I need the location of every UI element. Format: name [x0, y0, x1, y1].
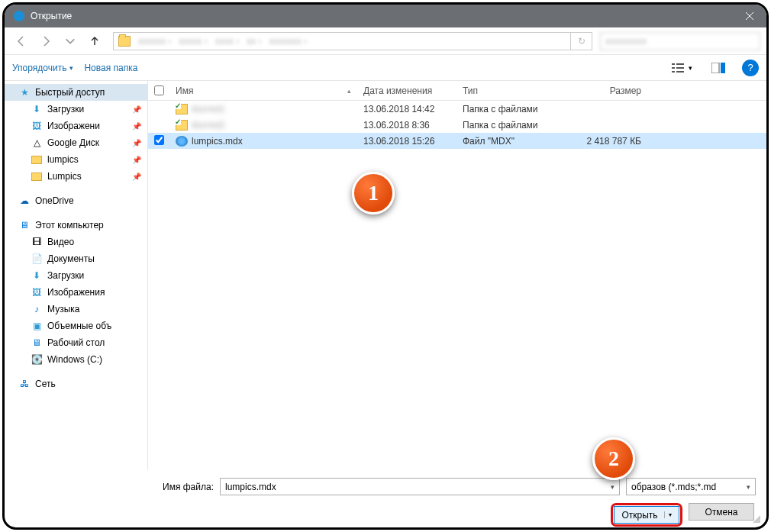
- file-row[interactable]: blurred2 13.06.2018 8:36 Папка с файлами: [148, 117, 766, 133]
- file-row-selected[interactable]: lumpics.mdx 13.06.2018 15:26 Файл "MDX" …: [148, 133, 766, 149]
- folder-icon: [31, 153, 43, 166]
- filename-label: Имя файла:: [15, 482, 214, 492]
- footer: Имя файла: lumpics.mdx▾ образов (*.mds;*…: [5, 470, 766, 530]
- network-icon: 🖧: [18, 378, 31, 390]
- pc-icon: 🖥: [18, 219, 31, 231]
- desktop-icon: 🖥: [31, 337, 43, 349]
- titlebar: Открытие: [5, 5, 766, 27]
- svg-rect-8: [711, 63, 719, 73]
- new-folder-button[interactable]: Новая папка: [84, 63, 137, 73]
- recent-dropdown[interactable]: [60, 32, 81, 50]
- column-size[interactable]: Размер: [556, 81, 647, 100]
- sidebar-item-gdrive[interactable]: △Google Диск📌: [5, 134, 147, 151]
- arrow-up-icon: [89, 35, 101, 47]
- sidebar-item-3d[interactable]: ▣Объемные объ: [5, 318, 147, 334]
- callout-2: 2: [592, 437, 635, 480]
- pin-icon: 📌: [132, 139, 141, 147]
- sidebar-item-downloads[interactable]: ⬇Загрузки📌: [5, 101, 147, 118]
- cancel-button[interactable]: Отмена: [689, 503, 754, 521]
- pictures-icon: 🖼: [31, 286, 43, 298]
- drive-icon: 💽: [31, 353, 43, 366]
- sidebar-item-quick-access[interactable]: ★Быстрый доступ: [5, 84, 147, 101]
- refresh-button[interactable]: ↻: [570, 33, 592, 50]
- resize-grip[interactable]: [750, 512, 760, 523]
- chevron-down-icon: ▾: [69, 64, 73, 72]
- sidebar: ★Быстрый доступ ⬇Загрузки📌 🖼Изображени📌 …: [5, 81, 148, 470]
- column-checkbox[interactable]: [148, 81, 169, 100]
- column-name[interactable]: Имя▴: [169, 81, 357, 100]
- arrow-left-icon: [15, 35, 27, 47]
- sort-asc-icon: ▴: [347, 87, 351, 95]
- chevron-down-icon: [64, 35, 76, 47]
- help-button[interactable]: ?: [742, 60, 759, 76]
- gdrive-icon: △: [31, 137, 43, 149]
- chevron-down-icon: ▾: [747, 483, 750, 491]
- split-caret-icon: ▾: [664, 511, 672, 518]
- view-mode-button[interactable]: ▾: [669, 60, 695, 76]
- video-icon: 🎞: [31, 236, 43, 248]
- sidebar-item-desktop[interactable]: 🖥Рабочий стол: [5, 334, 147, 351]
- folder-icon: [118, 36, 131, 47]
- filetype-dropdown[interactable]: образов (*.mds;*.md▾: [626, 478, 756, 495]
- organize-button[interactable]: Упорядочить▾: [12, 63, 73, 73]
- sidebar-item-network[interactable]: 🖧Сеть: [5, 376, 147, 392]
- sidebar-item-documents[interactable]: 📄Документы: [5, 250, 147, 267]
- sidebar-item-pictures2[interactable]: 🖼Изображения: [5, 284, 147, 301]
- back-button[interactable]: [11, 32, 32, 50]
- list-view-icon: [672, 63, 687, 73]
- row-checkbox[interactable]: [154, 135, 164, 145]
- file-row[interactable]: blurred1 13.06.2018 14:42 Папка с файлам…: [148, 101, 766, 117]
- address-bar[interactable]: xxxxxxxxxxxxxxxxxxxxxxxx ↻: [113, 32, 592, 50]
- pin-icon: 📌: [132, 156, 141, 164]
- sidebar-item-video[interactable]: 🎞Видео: [5, 234, 147, 250]
- filename-input[interactable]: lumpics.mdx▾: [220, 478, 620, 495]
- sidebar-item-thispc[interactable]: 🖥Этот компьютер: [5, 217, 147, 234]
- svg-rect-5: [676, 67, 684, 69]
- search-input[interactable]: xxxxxxxxx: [600, 32, 760, 50]
- documents-icon: 📄: [31, 253, 43, 265]
- window-title: Открытие: [31, 11, 733, 21]
- svg-rect-2: [672, 63, 675, 65]
- callout-1: 1: [352, 172, 395, 214]
- pictures-icon: 🖼: [31, 120, 43, 132]
- sidebar-item-music[interactable]: ♪Музыка: [5, 301, 147, 318]
- sidebar-item-onedrive[interactable]: ☁OneDrive: [5, 192, 147, 209]
- close-icon: [745, 11, 754, 21]
- column-headers: Имя▴ Дата изменения Тип Размер: [148, 81, 766, 101]
- breadcrumb-path: xxxxxxxxxxxxxxxxxxxxxxxx: [135, 36, 570, 47]
- cloud-icon: ☁: [18, 195, 31, 207]
- up-button[interactable]: [84, 32, 105, 50]
- open-button[interactable]: Открыть▾: [614, 506, 679, 524]
- folder-icon: [176, 120, 188, 131]
- mdx-file-icon: [176, 136, 188, 147]
- music-icon: ♪: [31, 303, 43, 315]
- chevron-down-icon: ▾: [611, 483, 615, 491]
- column-date[interactable]: Дата изменения: [357, 81, 456, 100]
- file-list: Имя▴ Дата изменения Тип Размер blurred1 …: [148, 81, 766, 470]
- sidebar-item-lumpics[interactable]: lumpics📌: [5, 151, 147, 168]
- download-icon: ⬇: [31, 269, 43, 282]
- download-icon: ⬇: [31, 103, 43, 115]
- star-icon: ★: [18, 86, 31, 98]
- sidebar-item-lumpics2[interactable]: Lumpics📌: [5, 168, 147, 185]
- nav-bar: xxxxxxxxxxxxxxxxxxxxxxxx ↻ xxxxxxxxx: [5, 27, 766, 55]
- forward-button[interactable]: [35, 32, 56, 50]
- column-type[interactable]: Тип: [456, 81, 556, 100]
- sidebar-item-cdrive[interactable]: 💽Windows (C:): [5, 351, 147, 368]
- preview-pane-button[interactable]: [705, 60, 731, 76]
- folder-icon: [176, 104, 188, 114]
- svg-rect-9: [721, 63, 725, 73]
- svg-rect-3: [676, 63, 684, 65]
- folder-icon: [31, 170, 43, 182]
- cube-icon: ▣: [31, 320, 43, 332]
- sidebar-item-downloads2[interactable]: ⬇Загрузки: [5, 267, 147, 284]
- svg-rect-6: [672, 71, 675, 73]
- pin-icon: 📌: [132, 105, 141, 114]
- close-button[interactable]: [733, 5, 766, 27]
- svg-rect-4: [672, 67, 675, 69]
- preview-pane-icon: [711, 63, 725, 73]
- arrow-right-icon: [40, 35, 52, 47]
- pin-icon: 📌: [132, 172, 141, 181]
- sidebar-item-pictures[interactable]: 🖼Изображени📌: [5, 118, 147, 134]
- svg-rect-7: [676, 71, 684, 73]
